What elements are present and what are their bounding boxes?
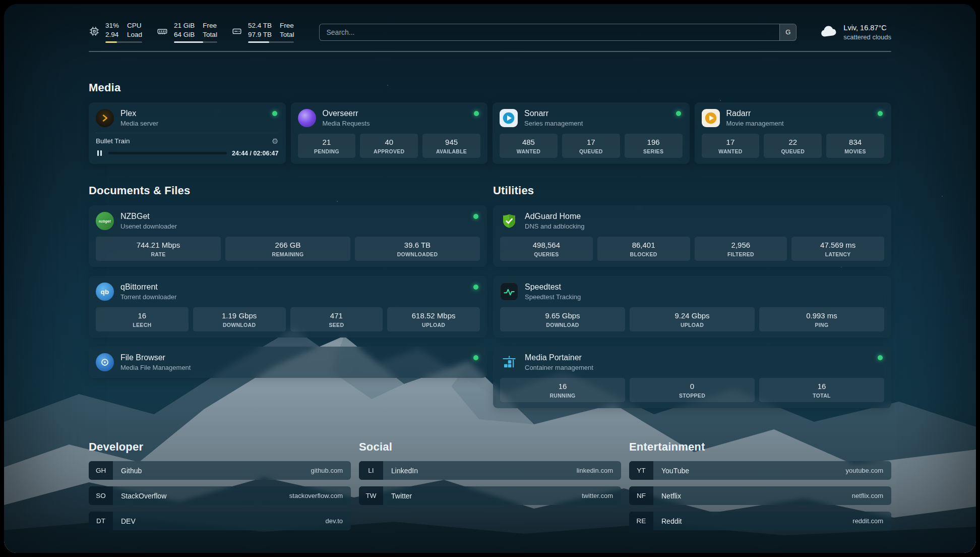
service-name: Media Portainer [525, 353, 593, 363]
stat-box: 945 AVAILABLE [422, 134, 480, 158]
service-description: Media Requests [323, 119, 370, 128]
stat-value: 9.24 Gbps [632, 311, 753, 320]
stat-label: FILTERED [697, 251, 785, 257]
search-bar: G [319, 24, 797, 41]
service-card-portainer[interactable]: Media Portainer Container management 16 … [493, 347, 891, 408]
bookmark-reddit[interactable]: RE Reddit reddit.com [629, 512, 891, 530]
bookmark-url: youtube.com [846, 467, 883, 474]
section-title-social: Social [359, 440, 621, 454]
stat-label: RATE [98, 251, 219, 257]
sonarr-icon [500, 109, 518, 127]
service-card-nzbget[interactable]: nzbget NZBGet Usenet downloader 744.21 M… [89, 205, 487, 267]
cpu-widget: 31% CPU 2.94 Load [89, 21, 142, 43]
cpu-load-label: Load [127, 30, 142, 39]
service-card-speedtest[interactable]: Speedtest Speedtest Tracking 9.65 Gbps D… [493, 276, 891, 338]
stat-box: 485 WANTED [500, 134, 558, 158]
stat-label: DOWNLOADED [357, 251, 478, 257]
bookmark-abbr: NF [629, 486, 653, 505]
cloud-icon [820, 25, 838, 40]
adguard-shield-icon [500, 212, 518, 230]
bookmark-name: DEV [121, 517, 136, 525]
stat-box: 266 GB REMAINING [225, 237, 350, 261]
stat-box: 9.24 Gbps UPLOAD [630, 307, 755, 331]
service-description: Media File Management [120, 363, 191, 372]
section-utilities: Utilities AdGuard Home [493, 184, 891, 408]
overseerr-icon [298, 109, 316, 127]
section-documents: Documents & Files nzbget NZBGet Usenet d… [89, 184, 487, 378]
service-description: DNS and adblocking [525, 222, 585, 231]
bookmark-github[interactable]: GH Github github.com [89, 461, 351, 480]
memory-widget: 21 GiB Free 64 GiB Total [156, 21, 217, 43]
bookmark-netflix[interactable]: NF Netflix netflix.com [629, 486, 891, 505]
bookmark-dev[interactable]: DT DEV dev.to [89, 512, 351, 530]
stat-label: APPROVED [362, 148, 416, 154]
bookmark-abbr: RE [629, 512, 653, 530]
service-card-plex[interactable]: Plex Media server Bullet Train ⚙ [89, 102, 286, 164]
gear-icon[interactable]: ⚙ [272, 137, 278, 145]
service-card-radarr[interactable]: Radarr Movie management 17 WANTED 22 QUE… [695, 102, 892, 164]
service-description: Container management [525, 363, 593, 372]
service-name: Plex [120, 108, 158, 119]
cpu-usage-value: 31% [105, 21, 119, 30]
bookmark-linkedin[interactable]: LI LinkedIn linkedin.com [359, 461, 621, 480]
stat-box: 9.65 Gbps DOWNLOAD [500, 307, 625, 331]
bookmark-name: Reddit [661, 517, 682, 525]
now-playing-title: Bullet Train [96, 137, 272, 145]
pause-button[interactable] [96, 149, 103, 157]
bookmark-abbr: SO [89, 486, 113, 505]
bookmark-url: stackoverflow.com [289, 492, 343, 499]
stat-value: 498,564 [502, 241, 591, 250]
stat-value: 485 [502, 138, 556, 147]
stat-box: 22 QUEUED [764, 134, 822, 158]
stat-label: WANTED [502, 148, 556, 154]
bookmark-group-developer: Developer GH Github github.com SO StackO… [89, 440, 351, 530]
filebrowser-icon [96, 353, 114, 371]
service-card-filebrowser[interactable]: File Browser Media File Management [89, 347, 487, 378]
service-card-adguard[interactable]: AdGuard Home DNS and adblocking 498,564 … [493, 205, 891, 267]
stat-value: 39.6 TB [357, 241, 478, 250]
status-dot-online [272, 111, 277, 116]
disk-icon [231, 26, 242, 37]
bookmark-url: github.com [311, 467, 343, 474]
service-description: Media server [120, 119, 158, 128]
search-input[interactable] [320, 24, 779, 40]
bookmark-group-entertainment: Entertainment YT YouTube youtube.com NF … [629, 440, 891, 530]
stat-box: 0 STOPPED [630, 378, 755, 402]
stat-label: RUNNING [502, 393, 623, 399]
search-provider-button[interactable]: G [779, 24, 796, 40]
bookmark-abbr: YT [629, 461, 653, 480]
stat-value: 9.65 Gbps [502, 311, 623, 320]
nzbget-icon: nzbget [96, 212, 114, 230]
cpu-usage-bar [105, 41, 142, 43]
stat-box: 17 QUEUED [562, 134, 620, 158]
service-card-sonarr[interactable]: Sonarr Series management 485 WANTED 17 Q… [493, 102, 690, 164]
service-card-qbittorrent[interactable]: qb qBittorrent Torrent downloader 16 LEE… [89, 276, 487, 338]
bookmark-stackoverflow[interactable]: SO StackOverflow stackoverflow.com [89, 486, 351, 505]
stat-label: PING [761, 322, 882, 328]
disk-free-label: Free [280, 21, 294, 30]
bookmark-name: Twitter [391, 492, 412, 500]
plex-now-playing: Bullet Train ⚙ 24:44 / 02:06:47 [96, 133, 279, 157]
service-description: Movie management [726, 119, 784, 128]
bookmark-youtube[interactable]: YT YouTube youtube.com [629, 461, 891, 480]
status-dot-online [473, 355, 478, 360]
stat-value: 0.993 ms [761, 311, 882, 320]
status-dot-online [473, 214, 478, 219]
stat-label: DOWNLOAD [195, 322, 284, 328]
disk-widget: 52.4 TB Free 97.9 TB Total [231, 21, 294, 43]
service-card-overseerr[interactable]: Overseerr Media Requests 21 PENDING 40 A… [291, 102, 488, 164]
portainer-icon [500, 353, 518, 371]
weather-location: Lviv, 16.87°C [843, 23, 891, 33]
stat-value: 21 [300, 138, 354, 147]
cpu-chip-icon [89, 26, 100, 37]
disk-usage-bar [248, 41, 294, 43]
disk-total-value: 97.9 TB [248, 30, 272, 39]
bookmark-twitter[interactable]: TW Twitter twitter.com [359, 486, 621, 505]
memory-total-value: 64 GiB [174, 30, 195, 39]
stat-box: 471 SEED [290, 307, 383, 331]
bookmark-name: YouTube [661, 467, 689, 475]
service-description: Speedtest Tracking [525, 293, 581, 301]
playback-progress-bar[interactable] [108, 152, 227, 154]
bookmark-url: reddit.com [852, 517, 883, 525]
stat-label: LEECH [98, 322, 187, 328]
